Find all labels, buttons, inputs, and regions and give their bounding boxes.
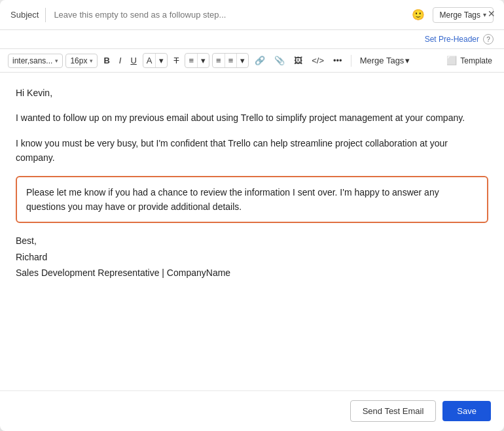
title-text: Sales Development Representative | Compa… (16, 266, 488, 280)
emoji-button[interactable]: 🙂 (409, 7, 427, 22)
subject-merge-tags-chevron: ▾ (483, 11, 486, 18)
align-chevron-button[interactable]: ▾ (198, 54, 209, 67)
subject-right-controls: 🙂 Merge Tags ▾ (409, 7, 494, 23)
strikethrough-button[interactable]: T (170, 54, 182, 67)
font-family-select[interactable]: inter,sans... ▾ (8, 54, 63, 68)
closing-text: Best, (16, 233, 488, 248)
font-size-chevron: ▾ (90, 58, 93, 64)
bold-button[interactable]: B (100, 54, 113, 67)
subject-divider (45, 8, 46, 22)
email-composer-modal: × Subject 🙂 Merge Tags ▾ Set Pre-Header … (0, 0, 504, 431)
modal-footer: Send Test Email Save (0, 390, 504, 431)
italic-button[interactable]: I (116, 54, 125, 67)
subject-merge-tags-label: Merge Tags (440, 10, 480, 20)
greeting-text: Hi Kevin, (16, 86, 488, 100)
font-color-button[interactable]: A (143, 54, 156, 67)
font-family-label: inter,sans... (12, 56, 52, 65)
name-text: Richard (16, 250, 488, 264)
highlighted-text: Please let me know if you had a chance t… (26, 187, 439, 212)
attachment-button[interactable]: 📎 (271, 54, 288, 67)
code-button[interactable]: </> (308, 54, 327, 67)
toolbar-merge-tags-button[interactable]: Merge Tags ▾ (357, 54, 414, 67)
highlighted-paragraph: Please let me know if you had a chance t… (16, 176, 488, 224)
send-test-email-button[interactable]: Send Test Email (350, 400, 437, 422)
more-button[interactable]: ••• (330, 54, 346, 67)
close-button[interactable]: × (488, 8, 495, 20)
toolbar-merge-tags-label: Merge Tags (360, 56, 405, 65)
paragraph2-text: I know you must be very busy, but I'm co… (16, 136, 488, 165)
subject-input[interactable] (54, 10, 408, 20)
subject-label: Subject (10, 10, 39, 20)
ordered-list-button[interactable]: ≡ (213, 54, 225, 67)
subject-merge-tags-button[interactable]: Merge Tags ▾ (433, 7, 494, 23)
toolbar-separator (351, 55, 351, 67)
list-group: ≡ ≡ ▾ (212, 53, 249, 68)
subject-row: Subject 🙂 Merge Tags ▾ (0, 0, 504, 30)
editor-toolbar: inter,sans... ▾ 16px ▾ B I U A ▾ T ≡ ▾ ≡… (0, 49, 504, 73)
set-preheader-link[interactable]: Set Pre-Header (425, 35, 479, 44)
paragraph1-text: I wanted to follow up on my previous ema… (16, 111, 488, 125)
align-button[interactable]: ≡ (185, 54, 198, 67)
preheader-help-icon[interactable]: ? (483, 34, 494, 44)
editor-content[interactable]: Hi Kevin, I wanted to follow up on my pr… (0, 73, 504, 390)
unordered-list-button[interactable]: ≡ (225, 54, 238, 67)
template-label: Template (460, 56, 492, 65)
font-size-label: 16px (70, 56, 87, 65)
align-group: ≡ ▾ (185, 53, 209, 68)
preheader-row: Set Pre-Header ? (0, 30, 504, 49)
font-family-chevron: ▾ (55, 58, 58, 64)
underline-button[interactable]: U (127, 54, 139, 67)
list-chevron-button[interactable]: ▾ (237, 54, 248, 67)
link-button[interactable]: 🔗 (251, 54, 268, 67)
image-button[interactable]: 🖼 (291, 54, 306, 67)
font-size-select[interactable]: 16px ▾ (65, 54, 98, 68)
template-icon: ⬜ (446, 56, 457, 65)
toolbar-merge-tags-chevron: ▾ (405, 56, 410, 65)
save-button[interactable]: Save (442, 401, 491, 421)
font-color-chevron-button[interactable]: ▾ (156, 54, 167, 67)
color-group: A ▾ (143, 53, 168, 68)
signature-block: Best, Richard Sales Development Represen… (16, 233, 488, 280)
template-button[interactable]: ⬜ Template (442, 54, 496, 67)
